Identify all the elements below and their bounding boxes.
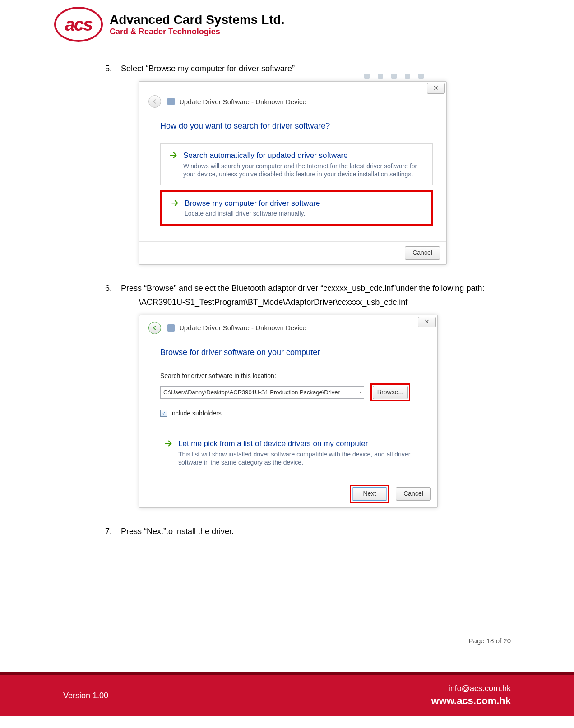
- logo-icon: acs: [54, 7, 103, 42]
- step-number: 5.: [105, 63, 112, 74]
- device-icon: [167, 98, 175, 105]
- step-6-path: \ACR3901U-S1_TestProgram\BT_Mode\Adaptor…: [139, 297, 520, 308]
- include-subfolders-checkbox[interactable]: ✓ Include subfolders: [160, 409, 222, 418]
- window-decoration: [364, 74, 424, 81]
- company-name: Advanced Card Systems Ltd.: [110, 13, 284, 27]
- highlight-browse: Browse...: [370, 383, 410, 401]
- dialog-title: Update Driver Software - Unknown Device: [179, 97, 306, 106]
- checkbox-label: Include subfolders: [170, 409, 222, 418]
- company-tagline: Card & Reader Technologies: [110, 27, 284, 37]
- chevron-down-icon[interactable]: ▾: [360, 389, 362, 396]
- step-5-text: Select “Browse my computer for driver so…: [121, 64, 295, 73]
- step-6-text: Press “Browse” and select the Bluetooth …: [121, 283, 520, 294]
- option-pick-from-list[interactable]: Let me pick from a list of device driver…: [160, 436, 424, 469]
- option-description: Locate and install driver software manua…: [185, 209, 320, 217]
- dialog-browse-driver: ✕ Update Driver Software - Unknown Devic…: [139, 315, 438, 508]
- dialog-title: Update Driver Software - Unknown Device: [179, 323, 306, 332]
- path-value: C:\Users\Danny\Desktop\ACR3901U-S1 Produ…: [163, 388, 340, 396]
- version-label: Version 1.00: [63, 691, 108, 700]
- option-title: Let me pick from a list of device driver…: [178, 438, 419, 449]
- step-7-text: Press “Next”to install the driver.: [121, 527, 234, 536]
- highlight-next: Next: [350, 485, 389, 503]
- cancel-button[interactable]: Cancel: [396, 487, 431, 501]
- option-description: This list will show installed driver sof…: [178, 450, 419, 466]
- option-title: Browse my computer for driver software: [185, 198, 320, 209]
- arrow-right-icon: [165, 439, 173, 447]
- page-number: Page 18 of 20: [469, 637, 511, 645]
- search-location-label: Search for driver software in this locat…: [160, 372, 424, 381]
- page-footer: Version 1.00 info@acs.com.hk www.acs.com…: [0, 672, 574, 728]
- arrow-right-icon: [171, 199, 179, 207]
- option-title: Search automatically for updated driver …: [183, 150, 425, 161]
- dialog-update-driver-search: ✕ Update Driver Software - Unknown Devic…: [139, 81, 447, 264]
- dialog-heading: Browse for driver software on your compu…: [160, 347, 424, 358]
- device-icon: [167, 324, 175, 332]
- arrow-right-icon: [170, 151, 178, 159]
- option-browse-computer[interactable]: Browse my computer for driver software L…: [160, 190, 433, 226]
- dialog-heading: How do you want to search for driver sof…: [160, 120, 433, 132]
- back-icon[interactable]: [148, 322, 161, 334]
- driver-path-input[interactable]: C:\Users\Danny\Desktop\ACR3901U-S1 Produ…: [160, 386, 364, 399]
- back-icon[interactable]: [148, 95, 161, 108]
- browse-button[interactable]: Browse...: [373, 386, 408, 399]
- option-description: Windows will search your computer and th…: [183, 162, 425, 178]
- website-url: www.acs.com.hk: [431, 694, 511, 708]
- step-number: 6.: [105, 283, 112, 294]
- cancel-button[interactable]: Cancel: [405, 246, 440, 260]
- next-button[interactable]: Next: [352, 487, 387, 501]
- checkmark-icon: ✓: [160, 410, 167, 417]
- page-header: acs Advanced Card Systems Ltd. Card & Re…: [54, 7, 284, 42]
- option-search-auto[interactable]: Search automatically for updated driver …: [160, 143, 433, 185]
- step-number: 7.: [105, 526, 112, 537]
- contact-email: info@acs.com.hk: [431, 683, 511, 694]
